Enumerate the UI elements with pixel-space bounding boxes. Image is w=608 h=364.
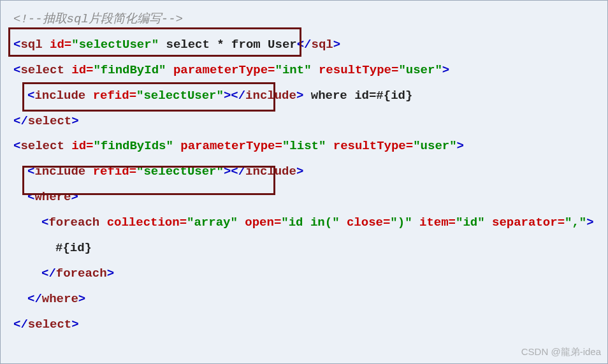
foreach-open: <foreach collection="array" open="id in(… xyxy=(13,210,595,236)
code-block: <!--抽取sql片段简化编写--> <sql id="selectUser" … xyxy=(1,1,607,344)
select1-open: <select id="findById" parameterType="int… xyxy=(13,58,595,84)
where-open: <where> xyxy=(13,185,595,210)
sql-tag-line: <sql id="selectUser" select * from User<… xyxy=(13,33,595,58)
select1-include: <include refid="selectUser"></include> w… xyxy=(13,84,595,109)
foreach-close: </foreach> xyxy=(13,261,595,287)
select2-close: </select> xyxy=(13,312,595,338)
foreach-body: #{id} xyxy=(13,236,595,261)
select1-close: </select> xyxy=(13,109,595,135)
select2-open: <select id="findByIds" parameterType="li… xyxy=(13,134,595,159)
select2-include: <include refid="selectUser"></include> xyxy=(13,159,595,185)
watermark: CSDN @龍弟-idea xyxy=(521,346,601,358)
where-close: </where> xyxy=(13,287,595,312)
comment-line: <!--抽取sql片段简化编写--> xyxy=(13,7,595,33)
